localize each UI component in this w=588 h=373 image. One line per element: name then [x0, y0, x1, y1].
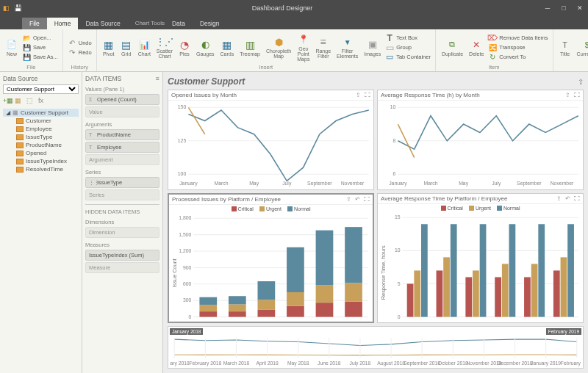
dimension-placeholder-label: Dimension: [89, 229, 115, 236]
widget-export-icon[interactable]: ⇪: [356, 92, 361, 98]
svg-text:May: May: [249, 181, 259, 186]
widget-maximize-icon[interactable]: ⛶: [574, 195, 580, 202]
widget-export-icon[interactable]: ⇪: [556, 195, 562, 202]
svg-text:June 2018: June 2018: [318, 361, 341, 366]
series-pill[interactable]: ⋮⋮IssueType: [85, 177, 159, 188]
tab-datasource[interactable]: Data Source: [78, 18, 127, 29]
tree-root[interactable]: ◢▦Customer Support: [3, 109, 79, 117]
insert-gauges-button[interactable]: Gauges: [195, 37, 216, 58]
ds-calc-icon[interactable]: fx: [38, 97, 47, 106]
convert-button[interactable]: Convert To: [488, 53, 548, 62]
insert-treemap-button[interactable]: Treemap: [238, 37, 262, 58]
widget-range-filter[interactable]: January 2018 February 2019 January 2018F…: [168, 326, 584, 369]
range-end-badge[interactable]: February 2019: [546, 328, 581, 335]
tab-home[interactable]: Home: [47, 18, 79, 29]
delete-button[interactable]: Delete: [467, 37, 485, 58]
widget-avg-response-month[interactable]: Average Response Time (h) by Month⇪⛶ 681…: [377, 90, 584, 190]
measure-pill[interactable]: IssueTypeIndex (Sum): [85, 250, 159, 261]
argument-pill-2[interactable]: TEmployee: [85, 142, 159, 153]
widget-export-icon[interactable]: ⇪: [565, 92, 570, 98]
tree-field[interactable]: Opened: [3, 149, 79, 157]
close-button[interactable]: ✕: [575, 4, 585, 12]
dataitems-menu-icon[interactable]: ≡: [156, 75, 159, 82]
insert-range-button[interactable]: Range Filter: [314, 35, 332, 60]
insert-text-button[interactable]: Text Box: [385, 34, 431, 43]
measure-placeholder-pill[interactable]: Measure: [85, 262, 159, 273]
redo-button[interactable]: Redo: [68, 48, 92, 57]
export-icon[interactable]: ⇪: [578, 78, 584, 86]
datasource-select[interactable]: Customer Support: [3, 84, 79, 94]
ribbon-group-dashboard: Title Currency Edit Colors Parameters Au…: [553, 29, 588, 71]
widget-maximize-icon[interactable]: ⛶: [365, 92, 370, 98]
insert-choropleth-button[interactable]: Choropleth Map: [265, 35, 293, 60]
widget-processed-issues[interactable]: Processed Issues by Platform / Employee⇪…: [168, 193, 374, 324]
geopoint-icon: [298, 34, 309, 46]
title-button[interactable]: Title: [558, 37, 573, 58]
widget-avg-response-platform[interactable]: Average Response Time by Platform / Empl…: [377, 193, 584, 324]
ribbon-group-dashboard-label: Dashboard: [558, 64, 588, 71]
argument-pill-1[interactable]: TProductName: [85, 129, 159, 140]
svg-text:May 2018: May 2018: [287, 361, 309, 366]
pies-label: Pies: [179, 51, 190, 57]
dashboard-title: Customer Support: [168, 76, 245, 87]
insert-pies-button[interactable]: Pies: [177, 37, 192, 58]
tree-field[interactable]: ResolvedTime: [3, 165, 79, 173]
qat-save-icon[interactable]: 💾: [14, 4, 22, 12]
range-start-badge[interactable]: January 2018: [170, 328, 203, 335]
widget-drill-icon[interactable]: ↶: [565, 195, 570, 202]
pie-icon: [179, 39, 190, 51]
insert-chart-button[interactable]: Chart: [137, 37, 152, 58]
currency-button[interactable]: Currency: [576, 37, 588, 58]
insert-filter-button[interactable]: Filter Elements: [335, 35, 359, 60]
duplicate-button[interactable]: Duplicate: [440, 37, 465, 58]
tab-data[interactable]: Data: [165, 18, 193, 29]
new-button[interactable]: New: [4, 37, 19, 58]
insert-geopoint-button[interactable]: Geo Point Maps: [295, 32, 311, 63]
svg-rect-53: [287, 247, 304, 291]
widget-maximize-icon[interactable]: ⛶: [574, 92, 580, 98]
insert-pivot-button[interactable]: Pivot: [101, 37, 116, 58]
svg-text:5: 5: [398, 280, 401, 286]
minimize-button[interactable]: ─: [542, 4, 553, 12]
widget-opened-issues[interactable]: Opened Issues by Month⇪⛶ 100125150Januar…: [168, 90, 374, 190]
ds-add-icon[interactable]: +▦: [3, 97, 12, 106]
save-button[interactable]: Save: [22, 43, 58, 52]
ds-pick-icon[interactable]: ⬚: [26, 97, 35, 106]
svg-rect-85: [502, 264, 509, 316]
saveas-button[interactable]: Save As...: [22, 53, 58, 62]
insert-cards-button[interactable]: Cards: [219, 37, 236, 58]
tree-field[interactable]: ProductName: [3, 141, 79, 149]
transpose-button[interactable]: Transpose: [488, 43, 548, 52]
insert-tabcontainer-button[interactable]: Tab Container: [385, 53, 431, 62]
argument-placeholder-pill[interactable]: Argument: [85, 154, 159, 165]
tree-field[interactable]: IssueTypeIndex: [3, 157, 79, 165]
tree-field[interactable]: Customer: [3, 117, 79, 125]
insert-group-button[interactable]: Group: [385, 43, 431, 52]
widget-maximize-icon[interactable]: ⛶: [364, 196, 370, 203]
value-pill[interactable]: ΣOpened (Count): [85, 94, 159, 105]
widget-drill-icon[interactable]: ↶: [355, 196, 360, 203]
maximize-button[interactable]: □: [559, 4, 569, 12]
insert-images-button[interactable]: Images: [362, 37, 382, 58]
svg-rect-89: [531, 264, 538, 316]
open-button[interactable]: Open...: [22, 34, 58, 43]
field-label: Opened: [26, 150, 46, 156]
remove-icon: [488, 34, 497, 43]
currency-label: Currency: [577, 51, 588, 57]
widget-export-icon[interactable]: ⇪: [346, 196, 351, 203]
dimension-placeholder-pill[interactable]: Dimension: [85, 227, 159, 238]
tree-field[interactable]: IssueType: [3, 133, 79, 141]
tab-design[interactable]: Design: [193, 18, 226, 29]
value-placeholder-pill[interactable]: Value: [85, 106, 159, 117]
series-placeholder-pill[interactable]: Series: [85, 189, 159, 200]
remove-dataitems-button[interactable]: Remove Data Items: [488, 34, 548, 43]
dashboard-canvas: Customer Support ⇪ Opened Issues by Mont…: [163, 72, 588, 373]
legend-normal-label: Normal: [503, 206, 520, 211]
tab-file[interactable]: File: [22, 18, 47, 29]
ds-grid-icon[interactable]: ▦: [15, 97, 24, 106]
insert-grid-button[interactable]: Grid: [119, 37, 134, 58]
undo-button[interactable]: Undo: [68, 38, 92, 47]
insert-scatter-button[interactable]: Scatter Chart: [155, 35, 174, 60]
tree-field[interactable]: Employee: [3, 125, 79, 133]
svg-rect-60: [345, 283, 362, 301]
